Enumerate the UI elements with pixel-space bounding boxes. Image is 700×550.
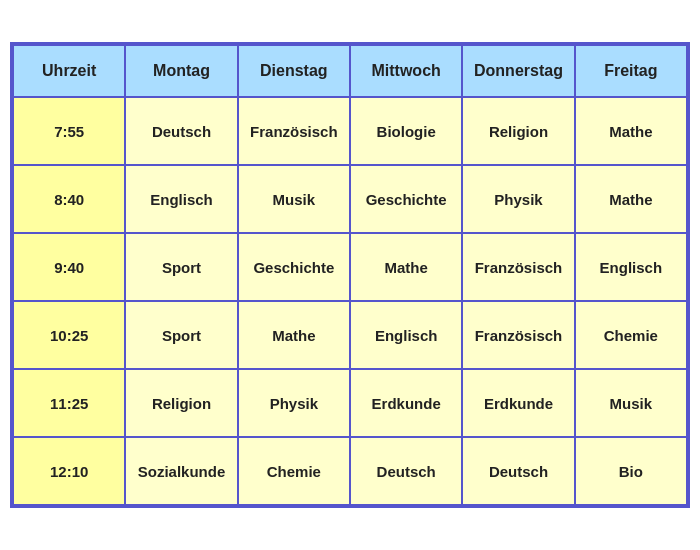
- time-2: 9:40: [13, 233, 125, 301]
- cell-0-tue: Französisch: [238, 97, 350, 165]
- header-row: Uhrzeit Montag Dienstag Mittwoch Donners…: [13, 45, 687, 97]
- header-donnerstag: Donnerstag: [462, 45, 574, 97]
- cell-0-mon: Deutsch: [125, 97, 237, 165]
- cell-5-mon: Sozialkunde: [125, 437, 237, 505]
- cell-4-tue: Physik: [238, 369, 350, 437]
- table-row: 8:40 Englisch Musik Geschichte Physik Ma…: [13, 165, 687, 233]
- cell-5-fri: Bio: [575, 437, 687, 505]
- header-uhrzeit: Uhrzeit: [13, 45, 125, 97]
- cell-4-mon: Religion: [125, 369, 237, 437]
- header-mittwoch: Mittwoch: [350, 45, 462, 97]
- cell-3-mon: Sport: [125, 301, 237, 369]
- time-1: 8:40: [13, 165, 125, 233]
- cell-1-thu: Physik: [462, 165, 574, 233]
- header-montag: Montag: [125, 45, 237, 97]
- time-0: 7:55: [13, 97, 125, 165]
- cell-2-thu: Französisch: [462, 233, 574, 301]
- cell-5-thu: Deutsch: [462, 437, 574, 505]
- schedule-table: Uhrzeit Montag Dienstag Mittwoch Donners…: [12, 44, 688, 506]
- cell-1-wed: Geschichte: [350, 165, 462, 233]
- cell-2-fri: Englisch: [575, 233, 687, 301]
- cell-1-mon: Englisch: [125, 165, 237, 233]
- table-row: 11:25 Religion Physik Erdkunde Erdkunde …: [13, 369, 687, 437]
- table-row: 7:55 Deutsch Französisch Biologie Religi…: [13, 97, 687, 165]
- cell-2-wed: Mathe: [350, 233, 462, 301]
- cell-2-mon: Sport: [125, 233, 237, 301]
- cell-4-wed: Erdkunde: [350, 369, 462, 437]
- time-3: 10:25: [13, 301, 125, 369]
- time-4: 11:25: [13, 369, 125, 437]
- table-row: 10:25 Sport Mathe Englisch Französisch C…: [13, 301, 687, 369]
- cell-5-tue: Chemie: [238, 437, 350, 505]
- cell-2-tue: Geschichte: [238, 233, 350, 301]
- cell-3-wed: Englisch: [350, 301, 462, 369]
- cell-0-wed: Biologie: [350, 97, 462, 165]
- cell-1-fri: Mathe: [575, 165, 687, 233]
- cell-3-fri: Chemie: [575, 301, 687, 369]
- cell-3-tue: Mathe: [238, 301, 350, 369]
- schedule-table-container: Uhrzeit Montag Dienstag Mittwoch Donners…: [10, 42, 690, 508]
- header-dienstag: Dienstag: [238, 45, 350, 97]
- cell-0-thu: Religion: [462, 97, 574, 165]
- cell-0-fri: Mathe: [575, 97, 687, 165]
- cell-3-thu: Französisch: [462, 301, 574, 369]
- cell-1-tue: Musik: [238, 165, 350, 233]
- table-row: 12:10 Sozialkunde Chemie Deutsch Deutsch…: [13, 437, 687, 505]
- time-5: 12:10: [13, 437, 125, 505]
- cell-4-thu: Erdkunde: [462, 369, 574, 437]
- cell-5-wed: Deutsch: [350, 437, 462, 505]
- table-row: 9:40 Sport Geschichte Mathe Französisch …: [13, 233, 687, 301]
- cell-4-fri: Musik: [575, 369, 687, 437]
- header-freitag: Freitag: [575, 45, 687, 97]
